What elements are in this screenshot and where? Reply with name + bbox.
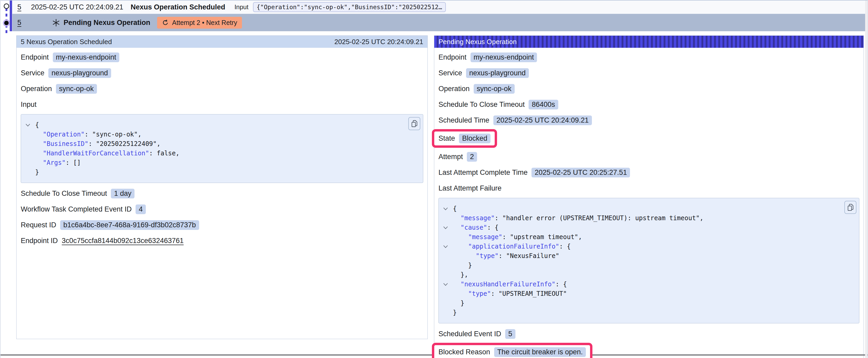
field-label: Operation	[21, 85, 52, 93]
field-label: Schedule To Close Timeout	[21, 190, 107, 198]
field-value-badge: nexus-playground	[48, 68, 111, 78]
refresh-icon	[162, 19, 169, 26]
field-value-badge: 2	[467, 152, 477, 162]
json-code: "cause": {	[453, 223, 499, 232]
blocked-reason-value-badge: The circuit breaker is open.	[494, 347, 586, 357]
event-title: Nexus Operation Scheduled	[130, 3, 225, 11]
field-row-endpoint-id: Endpoint ID 3c0c75ccfa8144b092c13ce63246…	[21, 235, 423, 246]
collapse-chevron-icon[interactable]	[443, 280, 453, 289]
json-code: }	[453, 308, 457, 317]
field-value-badge: my-nexus-endpoint	[470, 53, 537, 62]
copy-button[interactable]	[844, 201, 857, 214]
pending-panel-header: Pending Nexus Operation	[434, 36, 864, 48]
event-title: Pending Nexus Operation	[64, 19, 150, 27]
json-line-gutter	[443, 261, 453, 270]
collapse-chevron-icon[interactable]	[443, 204, 453, 214]
field-label: Endpoint	[438, 53, 467, 61]
endpoint-id-link[interactable]: 3c0c75ccfa8144b092c13ce632463761	[62, 237, 184, 245]
json-code: "message": "upstream timeout",	[453, 232, 582, 242]
scheduled-panel-timestamp: 2025-02-25 UTC 20:24:09.21	[335, 38, 423, 46]
field-value-badge: 2025-02-25 UTC 20:24:09.21	[493, 116, 592, 125]
json-line: {	[443, 204, 855, 214]
collapse-chevron-icon[interactable]	[25, 120, 35, 130]
json-line: "BusinessID": "20250225122409",	[25, 139, 419, 149]
json-line: }	[443, 261, 855, 270]
json-line: "type": "UPSTREAM_TIMEOUT"	[443, 289, 855, 298]
json-line: },	[443, 270, 855, 280]
field-label: Scheduled Event ID	[438, 330, 501, 338]
field-row-scheduled-time: Scheduled Time 2025-02-25 UTC 20:24:09.2…	[438, 115, 859, 126]
pending-operation-detail-panel: Pending Nexus Operation Endpoint my-nexu…	[434, 35, 864, 358]
event-row-pending-nexus-operation[interactable]: 5 Pending Nexus Operation Attempt 2 • Ne…	[12, 14, 865, 31]
json-line: "Operation": "sync-op-ok",	[25, 130, 419, 139]
collapse-chevron-icon[interactable]	[443, 242, 453, 251]
field-label: Workflow Task Completed Event ID	[21, 205, 132, 214]
field-label: Endpoint ID	[21, 237, 58, 245]
json-line-gutter	[443, 270, 453, 280]
field-label: Last Attempt Complete Time	[438, 168, 528, 176]
json-line: {	[25, 120, 419, 130]
field-row-operation: Operation sync-op-ok	[21, 84, 423, 94]
field-row-request-id: Request ID b1c6a4bc-8ee7-468a-9169-df3b0…	[21, 220, 423, 230]
field-row-schedule-to-close-timeout: Schedule To Close Timeout 1 day	[21, 188, 423, 199]
json-code: "type": "NexusFailure"	[453, 251, 559, 261]
field-value-badge: my-nexus-endpoint	[53, 53, 120, 62]
json-line: "cause": {	[443, 223, 855, 232]
temporal-event-history-screen: 5 2025-02-25 UTC 20:24:09.21 Nexus Opera…	[0, 0, 868, 358]
copy-icon	[411, 120, 418, 128]
json-line: }	[25, 167, 419, 177]
field-label: Request ID	[21, 221, 56, 229]
timeline-node-open-icon	[4, 3, 9, 9]
json-line-gutter	[443, 214, 453, 223]
field-value-badge: 2025-02-25 UTC 20:25:27.51	[531, 168, 630, 177]
field-label: Attempt	[438, 153, 463, 161]
field-label: Schedule To Close Timeout	[438, 100, 525, 109]
field-value-badge: b1c6a4bc-8ee7-468a-9169-df3b02c8737b	[60, 220, 199, 230]
field-label: Service	[21, 69, 44, 77]
event-row-nexus-operation-scheduled[interactable]: 5 2025-02-25 UTC 20:24:09.21 Nexus Opera…	[12, 1, 865, 14]
json-code: "message": "handler error (UPSTREAM_TIME…	[453, 214, 704, 223]
field-label: Operation	[438, 85, 470, 93]
json-line: "applicationFailureInfo": {	[443, 242, 855, 251]
json-code: }	[453, 298, 464, 308]
field-row-schedule-to-close-timeout: Schedule To Close Timeout 86400s	[438, 99, 859, 110]
field-value-badge: sync-op-ok	[56, 84, 97, 94]
scheduled-panel-title: 5 Nexus Operation Scheduled	[21, 38, 112, 46]
field-row-last-attempt-failure: Last Attempt Failure	[438, 183, 859, 193]
json-line-gutter	[443, 289, 453, 298]
json-line-gutter	[443, 308, 453, 317]
json-line-gutter	[25, 149, 35, 158]
event-id-link[interactable]: 5	[17, 19, 21, 27]
field-row-service: Service nexus-playground	[21, 68, 423, 78]
json-code: }	[35, 167, 39, 177]
timeline-node-current-icon	[4, 21, 9, 25]
blocked-reason-annotation-highlight: Blocked Reason The circuit breaker is op…	[432, 343, 592, 358]
event-id-link[interactable]: 5	[17, 3, 21, 11]
field-label: Service	[438, 69, 462, 77]
pending-asterisk-icon	[52, 19, 60, 27]
json-line-gutter	[25, 158, 35, 167]
retry-badge-label: Attempt 2 • Next Retry	[172, 19, 237, 27]
json-line: "HandlerWaitForCancellation": false,	[25, 149, 419, 158]
scheduled-panel-header: 5 Nexus Operation Scheduled 2025-02-25 U…	[17, 36, 428, 48]
json-line-gutter	[443, 232, 453, 242]
collapse-chevron-icon[interactable]	[443, 223, 453, 232]
field-value-badge: 5	[505, 329, 516, 339]
json-code: {	[453, 204, 457, 214]
field-label: Blocked Reason	[438, 348, 490, 356]
field-value-badge: sync-op-ok	[474, 84, 515, 94]
json-line: "Args": []	[25, 158, 419, 167]
field-value-badge: nexus-playground	[466, 68, 529, 78]
json-code: "nexusHandlerFailureInfo": {	[453, 280, 567, 289]
field-value-badge: 1 day	[111, 189, 134, 198]
json-line-gutter	[25, 130, 35, 139]
field-value-badge: 4	[135, 204, 146, 214]
scrollbar-track[interactable]	[865, 1, 867, 358]
event-timestamp: 2025-02-25 UTC 20:24:09.21	[31, 3, 123, 11]
state-annotation-highlight: State Blocked	[432, 129, 497, 148]
copy-button[interactable]	[408, 117, 420, 130]
json-line: }	[443, 308, 855, 317]
input-json-preview-badge[interactable]: {"Operation":"sync-op-ok","BusinessID":"…	[253, 2, 446, 12]
json-line: "message": "upstream timeout",	[443, 232, 855, 242]
json-code: "type": "UPSTREAM_TIMEOUT"	[453, 289, 567, 298]
